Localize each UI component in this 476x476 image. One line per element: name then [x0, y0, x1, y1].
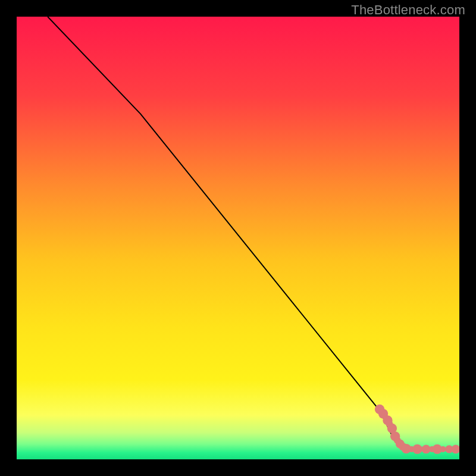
- chart-svg: [17, 17, 459, 459]
- watermark-text: TheBottleneck.com: [351, 2, 465, 18]
- gradient-background: [17, 17, 459, 459]
- chart-frame: TheBottleneck.com: [0, 0, 476, 476]
- plot-area: [17, 17, 459, 459]
- data-marker: [440, 446, 446, 452]
